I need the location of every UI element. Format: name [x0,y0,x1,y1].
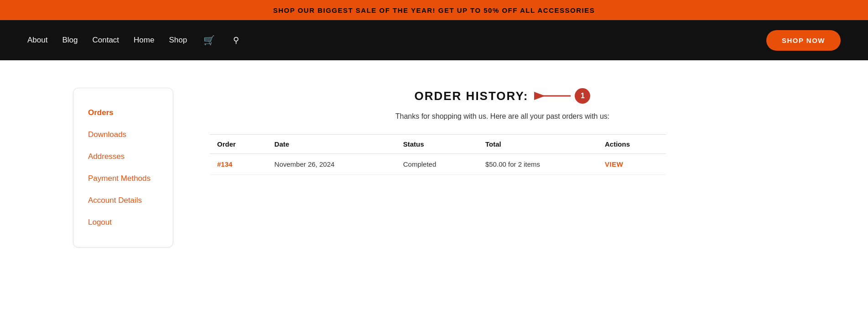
order-history-subtitle: Thanks for shopping with us. Here are al… [210,112,795,121]
banner-text: SHOP OUR BIGGEST SALE OF THE YEAR! GET U… [273,6,595,14]
view-order-link[interactable]: VIEW [605,160,623,168]
page-content: Orders Downloads Addresses Payment Metho… [0,60,868,327]
shop-now-button[interactable]: SHOP NOW [766,30,841,51]
promo-banner: SHOP OUR BIGGEST SALE OF THE YEAR! GET U… [0,0,868,20]
table-body: #134 November 26, 2024 Completed $50.00 … [210,154,666,175]
nav-link-contact[interactable]: Contact [92,36,119,44]
sidebar-item-logout[interactable]: Logout [73,211,173,233]
nav-link-home[interactable]: Home [134,36,154,44]
nav-item-home[interactable]: Home [134,36,154,45]
order-number-link[interactable]: #134 [217,160,232,168]
nav-link-shop[interactable]: Shop [169,36,187,44]
col-actions: Actions [598,135,666,154]
col-status: Status [396,135,478,154]
nav-item-blog[interactable]: Blog [62,36,78,45]
nav-item-shop[interactable]: Shop [169,36,187,45]
col-order: Order [210,135,267,154]
nav-links: About Blog Contact Home Shop 🛒 ⚲ [27,35,239,46]
nav-link-blog[interactable]: Blog [62,36,78,44]
sidebar-item-addresses[interactable]: Addresses [73,146,173,168]
arrow-badge-wrap: 1 [532,88,590,104]
order-action-cell: VIEW [598,154,666,175]
col-total: Total [478,135,598,154]
sidebar-item-orders[interactable]: Orders [73,102,173,124]
cart-icon[interactable]: 🛒 [203,35,215,45]
order-history-header: ORDER HISTORY: 1 [210,88,795,104]
nav-search-icon-item[interactable]: ⚲ [229,35,239,45]
sidebar-item-payment-methods[interactable]: Payment Methods [73,168,173,190]
order-history-title: ORDER HISTORY: [415,89,529,103]
sidebar-item-downloads[interactable]: Downloads [73,124,173,146]
table-row: #134 November 26, 2024 Completed $50.00 … [210,154,666,175]
order-count-badge: 1 [575,88,590,104]
nav-item-contact[interactable]: Contact [92,36,119,45]
order-date-cell: November 26, 2024 [267,154,396,175]
navbar: About Blog Contact Home Shop 🛒 ⚲ SHOP NO… [0,20,868,60]
sidebar-item-account-details[interactable]: Account Details [73,190,173,211]
orders-table: Order Date Status Total Actions #134 Nov… [210,134,666,175]
main-area: ORDER HISTORY: 1 Thanks for shopping wit… [210,88,795,300]
arrow-left-icon [532,88,573,104]
nav-item-about[interactable]: About [27,36,47,45]
col-date: Date [267,135,396,154]
table-head: Order Date Status Total Actions [210,135,666,154]
order-number-cell: #134 [210,154,267,175]
table-header-row: Order Date Status Total Actions [210,135,666,154]
search-icon[interactable]: ⚲ [233,36,239,45]
order-status-cell: Completed [396,154,478,175]
nav-link-about[interactable]: About [27,36,47,44]
nav-cart-icon-item[interactable]: 🛒 [202,35,215,46]
order-total-cell: $50.00 for 2 items [478,154,598,175]
sidebar: Orders Downloads Addresses Payment Metho… [73,88,173,248]
